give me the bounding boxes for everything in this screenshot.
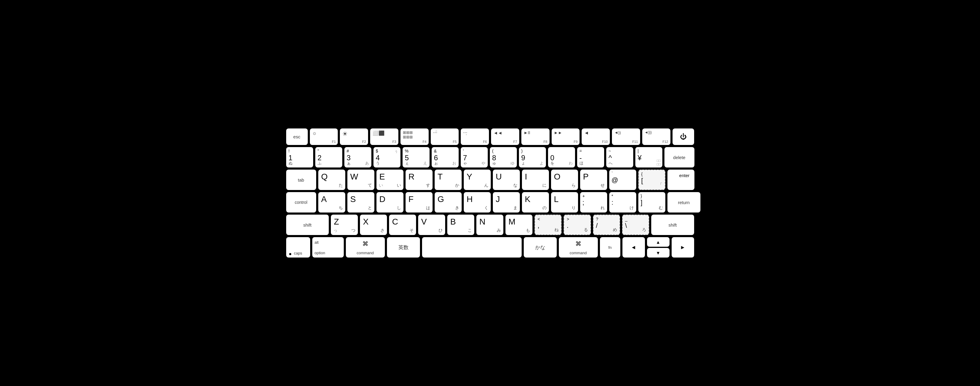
fn-row: esc ☼ F1 ☀ F2 ⬜⬛ F3 ⊞⊞⊞⊞⊞⊞ F4 ⋯̈ F5 ⋯̣ [286, 128, 694, 145]
key-period[interactable]: > . る [564, 215, 591, 235]
key-backslash[interactable]: _ \ ろ [622, 215, 649, 235]
key-minus[interactable]: = - ほ [577, 147, 604, 167]
arrow-left-key[interactable]: ◄ [622, 237, 645, 258]
shift-left-key[interactable]: shift [286, 215, 329, 235]
key-i[interactable]: I に [522, 169, 549, 190]
f9-key[interactable]: ►► F9 [552, 128, 580, 145]
key-5[interactable]: % 5 ぇ え [402, 147, 430, 167]
key-b[interactable]: B こ [447, 215, 474, 235]
f1-key[interactable]: ☼ F1 [310, 128, 338, 145]
key-yen[interactable]: | ¥ □□□□ [635, 147, 662, 167]
f10-key[interactable]: ◄ F10 [582, 128, 610, 145]
key-8[interactable]: ( 8 ゅ ゆ [490, 147, 517, 167]
key-m[interactable]: M も [506, 215, 533, 235]
f5-key[interactable]: ⋯̈ F5 [431, 128, 459, 145]
key-a[interactable]: A ち [318, 192, 345, 212]
key-7[interactable]: ' 7 ゃ や [461, 147, 488, 167]
key-q[interactable]: Q た [318, 169, 345, 190]
key-comma[interactable]: < , ね [535, 215, 562, 235]
key-l[interactable]: L り [551, 192, 578, 212]
caps-dot [289, 253, 291, 255]
f11-key[interactable]: ◄)) F11 [612, 128, 640, 145]
f2-key[interactable]: ☀ F2 [340, 128, 368, 145]
key-h[interactable]: H く [464, 192, 491, 212]
key-u[interactable]: U な [493, 169, 520, 190]
number-row: ! 1 ぬ " 2 ふ # 3 ぁ あ $ 4 う ぅ % 5 ぇ え [286, 147, 694, 167]
key-t[interactable]: T か [435, 169, 461, 190]
key-s[interactable]: S と [347, 192, 374, 212]
arrow-down-key[interactable]: ▼ [647, 248, 670, 258]
control-key[interactable]: control [286, 192, 316, 212]
key-9[interactable]: ) 9 ょ よ [519, 147, 546, 167]
key-2[interactable]: " 2 ふ [315, 147, 342, 167]
power-key[interactable]: ⏻ [673, 128, 694, 145]
command-right-key[interactable]: ⌘ command [559, 237, 598, 258]
key-y[interactable]: Y ん [464, 169, 491, 190]
key-colon[interactable]: * : け [609, 192, 636, 212]
shift-right-key[interactable]: shift [651, 215, 694, 235]
key-k[interactable]: K の [522, 192, 549, 212]
kana-key[interactable]: かな [524, 237, 557, 258]
key-o[interactable]: O ら [551, 169, 578, 190]
space-key[interactable] [422, 237, 522, 258]
key-w[interactable]: W て [347, 169, 374, 190]
key-bracket-open[interactable]: { [ 「 [638, 169, 665, 190]
key-4[interactable]: $ 4 う ぅ [374, 147, 401, 167]
key-j[interactable]: J ま [493, 192, 520, 212]
eisuu-key[interactable]: 英数 [387, 237, 420, 258]
key-p[interactable]: P せ [580, 169, 607, 190]
enter-key[interactable]: enter [667, 169, 694, 190]
key-e[interactable]: E い い [377, 169, 404, 190]
delete-key[interactable]: delete [665, 147, 694, 167]
key-3[interactable]: # 3 ぁ あ [344, 147, 371, 167]
f3-key[interactable]: ⬜⬛ F3 [370, 128, 398, 145]
arrow-updown-container: ▲ ▼ [647, 237, 670, 258]
key-6[interactable]: & 6 ぉ お [432, 147, 459, 167]
arrow-up-key[interactable]: ▲ [647, 237, 670, 247]
key-d[interactable]: D し [377, 192, 404, 212]
f6-key[interactable]: ⋯̣ F6 [461, 128, 489, 145]
fn-key[interactable]: fn [600, 237, 620, 258]
key-at[interactable]: ` @ [609, 169, 636, 190]
f7-key[interactable]: ◄◄ F7 [491, 128, 519, 145]
asdf-row: control A ち S と D し F は G き H く [286, 192, 694, 212]
tab-key[interactable]: tab [286, 169, 316, 190]
key-slash[interactable]: ? / め [593, 215, 620, 235]
arrow-right-key[interactable]: ► [671, 237, 694, 258]
f8-key[interactable]: ►II F8 [521, 128, 550, 145]
key-x[interactable]: X さ [360, 215, 387, 235]
key-v[interactable]: V ひ [418, 215, 445, 235]
key-semicolon[interactable]: + ; れ [580, 192, 607, 212]
qwerty-row: tab Q た W て E い い R す T か Y ん [286, 169, 694, 190]
key-n[interactable]: N み [476, 215, 503, 235]
f12-key[interactable]: ◄))) F12 [642, 128, 670, 145]
alt-option-key[interactable]: alt option [312, 237, 344, 258]
return-key[interactable]: return [667, 192, 700, 212]
key-caret[interactable]: ~ ^ へ [606, 147, 633, 167]
keyboard: esc ☼ F1 ☀ F2 ⬜⬛ F3 ⊞⊞⊞⊞⊞⊞ F4 ⋯̈ F5 ⋯̣ [280, 123, 700, 263]
zxcv-row: shift Z っ つ X さ C そ V ひ B こ N み [286, 215, 694, 235]
key-z[interactable]: Z っ つ [331, 215, 358, 235]
key-r[interactable]: R す [406, 169, 433, 190]
key-0[interactable]: 0 を わ [548, 147, 575, 167]
key-1[interactable]: ! 1 ぬ [286, 147, 313, 167]
command-left-key[interactable]: ⌘ command [346, 237, 385, 258]
bottom-row: caps alt option ⌘ command 英数 かな ⌘ comman… [286, 237, 694, 258]
key-bracket-close[interactable]: } ] む [638, 192, 665, 212]
key-c[interactable]: C そ [389, 215, 416, 235]
caps-key[interactable]: caps [286, 237, 310, 258]
esc-key[interactable]: esc [286, 128, 308, 145]
key-f[interactable]: F は [406, 192, 433, 212]
key-g[interactable]: G き [435, 192, 461, 212]
f4-key[interactable]: ⊞⊞⊞⊞⊞⊞ F4 [401, 128, 429, 145]
